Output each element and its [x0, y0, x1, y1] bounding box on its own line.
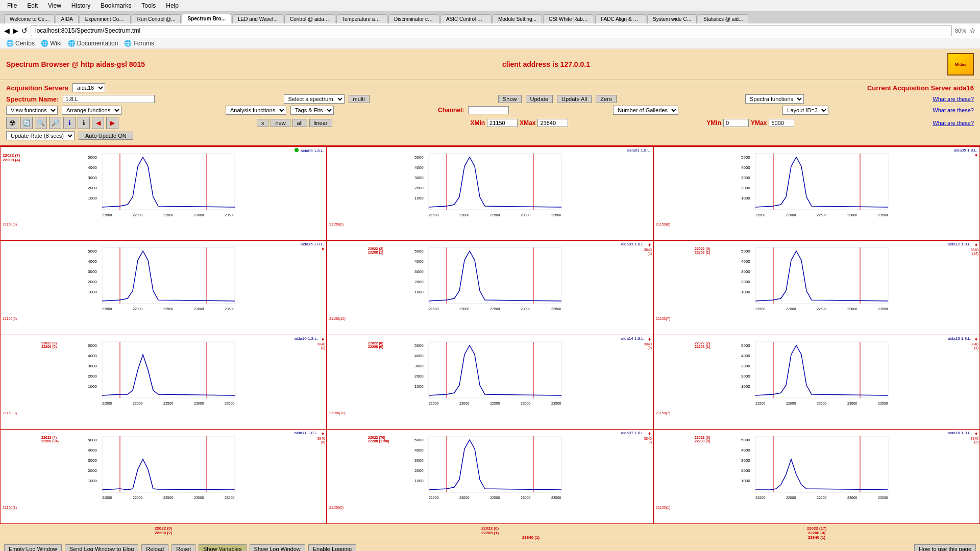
reload-nav-button[interactable]: ↺	[21, 27, 28, 35]
reset-button[interactable]: Reset	[172, 544, 195, 551]
menu-tools[interactable]: Tools	[136, 1, 161, 10]
menu-edit[interactable]: Edit	[22, 1, 43, 10]
menu-view[interactable]: View	[43, 1, 66, 10]
radioactive-icon-btn[interactable]: ☢	[6, 117, 18, 129]
gallery-cell-aida01[interactable]: aida01 1.8.L. 5000 4000 3000 2000 1000 2…	[327, 146, 653, 241]
right-arrow-icon-btn[interactable]: ▶	[106, 117, 118, 129]
forums-icon: 🌐	[124, 40, 132, 47]
enable-logging-button[interactable]: Enable Logging	[308, 544, 356, 551]
update-all-button[interactable]: Update All	[557, 95, 592, 103]
menu-help[interactable]: Help	[161, 1, 184, 10]
tags-fits-dropdown[interactable]: Tags & Fits	[290, 106, 334, 115]
show-button[interactable]: Show	[498, 95, 522, 103]
channel-input[interactable]	[468, 106, 509, 114]
acq-server-select[interactable]: aida16	[72, 83, 105, 92]
zoom-plus-icon-btn[interactable]: 🔍	[35, 117, 47, 129]
tab-led[interactable]: LED and Wavef...	[232, 14, 283, 23]
gallery-cell-aida15[interactable]: aida15 1.8.L. ♦ 5000 4000 3000 2000 1000…	[0, 241, 327, 335]
tab-aida[interactable]: AIDA	[56, 14, 79, 23]
svg-text:23500: 23500	[225, 213, 235, 217]
send-log-button[interactable]: Send Log Window to Elog	[65, 544, 139, 551]
tab-experiment[interactable]: Experiment Con...	[80, 14, 131, 23]
all-button[interactable]: all	[292, 119, 307, 127]
gallery-cell-aida11[interactable]: aida11 1.8.L. ♦ 3840(0) 22022 (4)22208 (…	[0, 430, 327, 524]
svg-text:5000: 5000	[414, 343, 424, 348]
bookmark-wiki[interactable]: 🌐 Wiki	[41, 40, 62, 47]
tab-spectrum-browser[interactable]: Spectrum Bro...	[182, 14, 231, 23]
gallery-cell-aida14[interactable]: aida14 1.8.L. ♦ 3840(0) 22022 (0)22208 (…	[327, 335, 653, 430]
show-variables-button[interactable]: Show Variables	[199, 544, 247, 551]
gallery-cell-aida07[interactable]: aida07 1.8.L. ♦ 3840(0) 22022 (76)22208 …	[327, 430, 653, 524]
tab-discriminator[interactable]: Discriminator co...	[388, 14, 439, 23]
spectra-functions-dropdown[interactable]: Spectra functions	[745, 94, 804, 104]
tab-welcome[interactable]: Welcome to Ce...	[4, 14, 55, 23]
ymax-input[interactable]	[769, 119, 794, 127]
url-bar[interactable]	[31, 25, 952, 36]
linear-button[interactable]: linear	[309, 119, 332, 127]
zero-button[interactable]: Zero	[596, 95, 617, 103]
zoom-minus-icon-btn[interactable]: 🔎	[49, 117, 61, 129]
info-icon-btn[interactable]: ℹ	[78, 117, 90, 129]
svg-text:21500: 21500	[429, 496, 439, 499]
docs-icon: 🌐	[68, 40, 76, 47]
new-button[interactable]: new	[271, 119, 290, 127]
tab-gsi[interactable]: GSI White Rabb...	[543, 14, 594, 23]
tab-asic[interactable]: ASIC Control @...	[440, 14, 492, 23]
info-blue-icon-btn[interactable]: ℹ	[63, 117, 76, 129]
svg-text:23500: 23500	[225, 402, 235, 405]
acq-server-row: Acquisition Servers aida16 Current Acqui…	[6, 83, 974, 92]
tab-statistics[interactable]: Statistics @ aid...	[698, 14, 748, 23]
gallery-cell-aida03[interactable]: aida03 1.8.L. ♦ 3840(0) 22022 (2)22208 (…	[327, 241, 653, 335]
bookmark-forums[interactable]: 🌐 Forums	[124, 40, 154, 47]
tab-system[interactable]: System wide C...	[647, 14, 697, 23]
select-spectrum-dropdown[interactable]: Select a spectrum	[284, 94, 345, 104]
gallery-cell-aida12[interactable]: aida12 1.8.L. ♦ 3840(14) 22022 (0)22208 …	[653, 241, 980, 335]
svg-text:23000: 23000	[194, 307, 204, 311]
menu-history[interactable]: History	[66, 1, 95, 10]
left-arrow-icon-btn[interactable]: ◀	[92, 117, 104, 129]
layout-id-dropdown[interactable]: Layout ID=3	[782, 106, 828, 115]
forward-button[interactable]: ▶	[13, 27, 18, 35]
menu-bookmarks[interactable]: Bookmarks	[95, 1, 136, 10]
refresh-icon-btn[interactable]: 🔄	[20, 117, 33, 129]
menu-file[interactable]: File	[2, 1, 22, 10]
reload-button[interactable]: Reload	[141, 544, 168, 551]
bookmark-star-icon[interactable]: ☆	[969, 27, 976, 35]
auto-update-button[interactable]: Auto Update ON	[79, 132, 133, 140]
gallery-cell-aida13[interactable]: aida13 1.8.L. ♦ 3840(1) 22022 (2)22208 (…	[653, 335, 980, 430]
svg-text:2000: 2000	[88, 186, 97, 190]
gallery-cell-aida05[interactable]: aida05 1.8.L. ♦ 5000 4000 3000 2000 1000…	[653, 146, 980, 241]
svg-text:22000: 22000	[786, 307, 796, 311]
analysis-functions-dropdown[interactable]: Analysis functions	[226, 106, 286, 115]
ymin-input[interactable]	[723, 119, 749, 127]
view-functions-dropdown[interactable]: View functions	[6, 106, 58, 115]
gallery-cell-aida09[interactable]: aida09 1.8.L. 22022 (7)22208 (4) 5000 40…	[0, 146, 327, 241]
svg-text:4000: 4000	[88, 448, 97, 453]
tab-run-control[interactable]: Run Control @...	[132, 14, 181, 23]
gallery-cell-aida10[interactable]: aida10 1.8.L. ♦ 3840(1) 22022 (0)22208 (…	[0, 335, 327, 430]
multi-button[interactable]: multi	[349, 95, 370, 103]
spectrum-name-input[interactable]	[63, 95, 155, 103]
arrange-functions-dropdown[interactable]: Arrange functions	[62, 106, 121, 115]
tab-control[interactable]: Control @ aidas...	[284, 14, 335, 23]
empty-log-button[interactable]: Empty Log Window	[4, 544, 62, 551]
bookmark-centos[interactable]: 🌐 Centos	[6, 40, 35, 47]
what-are-these-1[interactable]: What are these?	[933, 96, 974, 102]
tab-fadc[interactable]: FADC Align & C...	[595, 14, 646, 23]
bookmark-docs[interactable]: 🌐 Documentation	[68, 40, 118, 47]
svg-text:4000: 4000	[88, 259, 97, 264]
update-button[interactable]: Update	[526, 95, 553, 103]
tab-temperature[interactable]: Temperature an...	[336, 14, 387, 23]
show-log-button[interactable]: Show Log Window	[250, 544, 305, 551]
update-rate-dropdown[interactable]: Update Rate (8 secs)	[6, 131, 75, 140]
how-to-button[interactable]: How to use this page	[914, 544, 976, 551]
xmax-input[interactable]	[537, 119, 568, 127]
num-galleries-dropdown[interactable]: Number of Galleries	[613, 106, 678, 115]
xmin-input[interactable]	[487, 119, 518, 127]
gallery-cell-aida16[interactable]: aida16 1.8.L. ♦ 3840(2) 22022 (0)22208 (…	[653, 430, 980, 524]
what-are-these-2[interactable]: What are these?	[933, 107, 974, 113]
back-button[interactable]: ◀	[4, 27, 10, 35]
x-button[interactable]: x	[257, 119, 269, 127]
what-are-these-3[interactable]: What are these?	[933, 120, 974, 126]
tab-module[interactable]: Module Setting...	[493, 14, 542, 23]
